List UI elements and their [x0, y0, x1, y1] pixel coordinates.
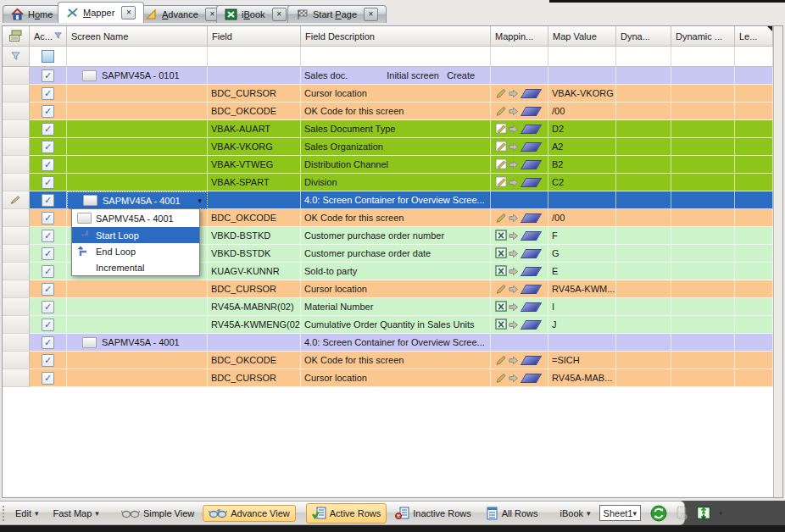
- tab-home[interactable]: Home: [3, 5, 61, 23]
- active-checkbox[interactable]: ✓: [42, 372, 54, 385]
- active-checkbox[interactable]: ✓: [42, 212, 54, 224]
- ibook-menu-button[interactable]: iBook▾: [554, 505, 597, 522]
- tab-advance[interactable]: Advance ×: [136, 5, 228, 23]
- row-selector[interactable]: [3, 369, 30, 387]
- active-checkbox[interactable]: ✓: [42, 319, 54, 331]
- mapped-indicator-icon[interactable]: [521, 320, 542, 330]
- pen-icon[interactable]: [494, 105, 508, 118]
- sheet-selector[interactable]: Sheet1 ▾: [599, 505, 641, 521]
- row-selector[interactable]: [3, 156, 30, 174]
- row-selector[interactable]: [3, 280, 30, 298]
- table-row[interactable]: ✓ VBAK-SPART Division C2: [3, 174, 773, 191]
- active-checkbox[interactable]: ✓: [42, 354, 54, 367]
- column-header-mapping[interactable]: Mappin...: [491, 26, 548, 47]
- row-selector[interactable]: [3, 263, 30, 280]
- sheet-pen-icon[interactable]: [494, 176, 508, 189]
- dropdown-item-start-loop[interactable]: Start Loop: [72, 227, 199, 243]
- inactive-rows-button[interactable]: Inactive Rows: [389, 503, 476, 524]
- pen-icon[interactable]: [494, 354, 508, 367]
- checkbox-filter-icon[interactable]: [42, 50, 54, 63]
- vertical-scrollbar[interactable]: [773, 26, 782, 497]
- close-icon[interactable]: ×: [272, 8, 287, 21]
- column-header-map-value[interactable]: Map Value: [548, 26, 616, 47]
- table-row[interactable]: ✓ VBAK-VKORG Sales Organization A2: [3, 138, 773, 156]
- row-selector[interactable]: [3, 85, 30, 103]
- row-selector[interactable]: [3, 103, 30, 120]
- active-checkbox[interactable]: ✓: [42, 176, 54, 189]
- table-row[interactable]: ✓ BDC_CURSOR Cursor location RV45A-KWM..…: [3, 280, 773, 298]
- table-row[interactable]: ✓ RV45A-KWMENG(02) Cumulative Order Quan…: [3, 316, 773, 334]
- active-checkbox[interactable]: ✓: [42, 194, 54, 207]
- advance-view-button[interactable]: Advance View: [203, 505, 296, 522]
- toolbar-grip[interactable]: [3, 506, 4, 521]
- mapped-indicator-icon[interactable]: [521, 107, 542, 116]
- excel-map-icon[interactable]: [494, 230, 508, 242]
- mapped-indicator-icon[interactable]: [521, 160, 542, 169]
- active-checkbox[interactable]: ✓: [42, 105, 54, 118]
- map-value-filter[interactable]: [548, 47, 616, 67]
- active-checkbox[interactable]: ✓: [42, 301, 54, 313]
- excel-map-icon[interactable]: [494, 319, 508, 331]
- row-selector[interactable]: [3, 120, 30, 138]
- dropdown-item-end-loop[interactable]: End Loop: [72, 243, 199, 259]
- active-checkbox[interactable]: ✓: [42, 230, 54, 242]
- column-header-dynamic1[interactable]: Dyna...: [616, 26, 671, 47]
- excel-map-icon[interactable]: [494, 265, 508, 278]
- row-selector[interactable]: [3, 209, 30, 227]
- row-selector[interactable]: [3, 227, 30, 245]
- edit-menu-button[interactable]: Edit▾: [9, 505, 45, 522]
- column-header-length[interactable]: Le...: [735, 26, 773, 47]
- fast-map-menu-button[interactable]: Fast Map▾: [47, 505, 105, 522]
- pen-icon[interactable]: [494, 212, 508, 224]
- all-rows-button[interactable]: All Rows: [480, 503, 544, 524]
- toolbar-overflow-button[interactable]: ▾: [719, 509, 723, 518]
- field-description-filter[interactable]: [301, 47, 491, 67]
- close-icon[interactable]: ×: [364, 8, 378, 21]
- mapped-indicator-icon[interactable]: [521, 178, 542, 187]
- screen-name-filter[interactable]: [67, 47, 208, 67]
- mapped-indicator-icon[interactable]: [521, 302, 542, 312]
- excel-map-icon[interactable]: [494, 247, 508, 260]
- sheet-pen-icon[interactable]: [494, 158, 508, 171]
- column-header-field-description[interactable]: Field Description: [301, 26, 491, 47]
- table-row-selected[interactable]: ✓ SAPMV45A - 4001▾ 4.0: Screen Container…: [3, 191, 773, 209]
- sheet-pen-icon[interactable]: [494, 123, 508, 136]
- pen-icon[interactable]: [494, 283, 508, 296]
- row-selector[interactable]: [3, 245, 30, 263]
- tab-start-page[interactable]: Start Page ×: [287, 5, 387, 23]
- mapping-filter[interactable]: [491, 47, 548, 67]
- pen-icon[interactable]: [494, 87, 508, 100]
- mapped-indicator-icon[interactable]: [521, 89, 542, 98]
- row-selector[interactable]: [3, 334, 30, 352]
- row-selector[interactable]: [3, 67, 30, 85]
- table-row[interactable]: ✓ RV45A-MABNR(02) Material Number I: [3, 298, 773, 316]
- excel-map-icon[interactable]: [494, 301, 508, 313]
- table-row[interactable]: ✓ BDC_OKCODE OK Code for this screen /00: [3, 103, 773, 120]
- dropdown-item-incremental[interactable]: Incremental: [72, 259, 199, 275]
- active-rows-button[interactable]: Active Rows: [306, 503, 387, 524]
- dynamic2-filter[interactable]: [671, 47, 735, 67]
- mapped-indicator-icon[interactable]: [521, 356, 542, 365]
- dynamic1-filter[interactable]: [616, 47, 671, 67]
- mapped-indicator-icon[interactable]: [521, 249, 542, 258]
- refresh-button[interactable]: [650, 505, 667, 522]
- row-selector[interactable]: [3, 298, 30, 316]
- table-row[interactable]: ✓ SAPMV45A - 4001 4.0: Screen Container …: [3, 334, 773, 352]
- active-checkbox[interactable]: ✓: [42, 87, 54, 100]
- column-header-active[interactable]: Ac...: [30, 26, 67, 47]
- dropdown-item-screen[interactable]: SAPMV45A - 4001: [72, 209, 199, 227]
- mapped-indicator-icon[interactable]: [521, 142, 542, 152]
- mapped-indicator-icon[interactable]: [521, 285, 542, 294]
- table-row[interactable]: ✓ VBAK-AUART Sales Document Type D2: [3, 120, 773, 138]
- active-checkbox[interactable]: ✓: [42, 123, 54, 136]
- pen-icon[interactable]: [494, 372, 508, 385]
- active-filter-cell[interactable]: [30, 47, 67, 67]
- close-icon[interactable]: ×: [121, 6, 136, 19]
- chevron-down-icon[interactable]: ▾: [198, 197, 203, 205]
- length-filter[interactable]: [735, 47, 773, 67]
- mapped-indicator-icon[interactable]: [521, 125, 542, 134]
- column-header-field[interactable]: Field: [208, 26, 301, 47]
- active-checkbox[interactable]: ✓: [42, 265, 54, 278]
- card-view-icon[interactable]: [3, 26, 30, 47]
- tab-ibook[interactable]: iBook ×: [216, 5, 295, 23]
